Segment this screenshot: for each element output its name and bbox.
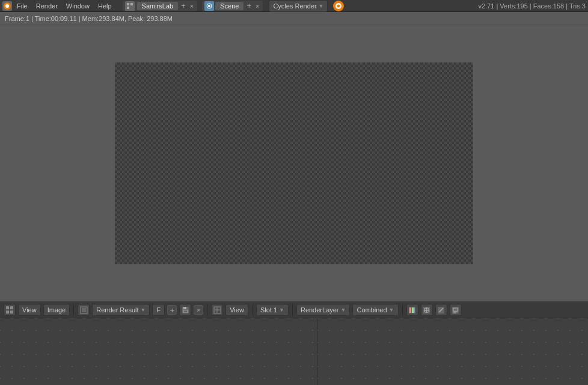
image-label: Image bbox=[47, 306, 66, 314]
editor-type-icon[interactable] bbox=[4, 304, 16, 316]
workspace-close-tab[interactable]: × bbox=[189, 2, 195, 10]
separator-4 bbox=[292, 305, 293, 315]
view-menu-btn[interactable]: View bbox=[18, 304, 41, 316]
svg-point-1 bbox=[5, 4, 9, 8]
separator-2 bbox=[207, 305, 207, 315]
svg-rect-10 bbox=[6, 306, 9, 309]
display-mode-icon-3[interactable] bbox=[435, 304, 447, 316]
workspace-add-tab[interactable]: + bbox=[179, 1, 188, 10]
combined-label: Combined bbox=[357, 306, 387, 314]
svg-point-6 bbox=[208, 5, 210, 7]
close-icon: × bbox=[197, 306, 200, 314]
render-layer-label: RenderLayer bbox=[301, 306, 339, 314]
render-result-dropdown[interactable]: Render Result ▼ bbox=[92, 304, 150, 316]
view2-label: View bbox=[230, 306, 244, 314]
add-image-btn[interactable]: + bbox=[167, 305, 177, 315]
blender-icon-area bbox=[332, 0, 345, 12]
render-result-label: Render Result bbox=[96, 306, 138, 314]
view2-btn[interactable]: View bbox=[225, 304, 248, 316]
render-area bbox=[0, 25, 588, 302]
blender-logo-icon bbox=[2, 1, 12, 11]
save-image-btn[interactable] bbox=[179, 304, 191, 316]
blender-icon bbox=[332, 0, 345, 12]
scene-tab[interactable]: Scene bbox=[215, 2, 243, 10]
f-label: F bbox=[156, 306, 161, 314]
separator-5 bbox=[402, 305, 403, 315]
svg-rect-17 bbox=[183, 307, 186, 309]
info-text: Frame:1 | Time:00:09.11 | Mem:293.84M, P… bbox=[5, 15, 173, 22]
display-mode-icon-4[interactable] bbox=[450, 304, 462, 316]
svg-rect-13 bbox=[10, 311, 13, 314]
render-layer-arrow: ▼ bbox=[341, 307, 346, 313]
svg-rect-12 bbox=[6, 311, 9, 314]
svg-rect-22 bbox=[409, 308, 411, 313]
separator-3 bbox=[252, 305, 253, 315]
view2-icon-btn[interactable] bbox=[211, 304, 223, 316]
workspace-tab[interactable]: SamirsLab bbox=[137, 2, 179, 10]
menu-render[interactable]: Render bbox=[32, 2, 61, 10]
node-right-panel: Diffuse BSDF BSDF Material Output Su bbox=[317, 318, 588, 385]
scene-close-tab[interactable]: × bbox=[254, 2, 260, 10]
svg-point-9 bbox=[337, 4, 340, 7]
svg-rect-4 bbox=[127, 7, 129, 9]
render-canvas bbox=[115, 62, 473, 264]
remove-image-btn[interactable]: × bbox=[194, 305, 203, 315]
render-engine-dropdown[interactable]: Cycles Render ▼ bbox=[269, 0, 328, 12]
scene-icon bbox=[204, 1, 214, 11]
node-connector-svg bbox=[317, 318, 588, 385]
view-label: View bbox=[22, 306, 37, 314]
image-menu-btn[interactable]: Image bbox=[43, 304, 70, 316]
svg-rect-11 bbox=[10, 306, 13, 309]
bottom-container: Diffuse BSDF BSDF Material Output Su bbox=[0, 318, 588, 385]
render-layer-dropdown[interactable]: RenderLayer ▼ bbox=[296, 304, 351, 316]
menu-file[interactable]: File bbox=[13, 2, 31, 10]
slot-dropdown[interactable]: Slot 1 ▼ bbox=[256, 304, 289, 316]
slot-dropdown-arrow: ▼ bbox=[279, 307, 284, 313]
version-info: v2.71 | Verts:195 | Faces:158 | Tris:3 bbox=[478, 2, 586, 10]
f-button[interactable]: F bbox=[152, 304, 165, 316]
combined-dropdown[interactable]: Combined ▼ bbox=[352, 304, 398, 316]
workspace-icon bbox=[125, 1, 135, 11]
svg-rect-23 bbox=[412, 308, 414, 313]
add-icon: + bbox=[170, 306, 174, 315]
info-bar: Frame:1 | Time:00:09.11 | Mem:293.84M, P… bbox=[0, 12, 588, 25]
render-result-arrow: ▼ bbox=[141, 307, 146, 313]
separator-1 bbox=[73, 305, 74, 315]
display-mode-icon-2[interactable] bbox=[421, 304, 433, 316]
workspace-tab-group: SamirsLab + × bbox=[123, 1, 198, 11]
svg-rect-15 bbox=[82, 308, 86, 312]
menu-help[interactable]: Help bbox=[94, 2, 115, 10]
scene-add-tab[interactable]: + bbox=[245, 1, 253, 10]
node-left-panel bbox=[0, 318, 317, 385]
engine-dropdown-arrow: ▼ bbox=[319, 3, 324, 9]
menu-window[interactable]: Window bbox=[63, 2, 93, 10]
image-editor-toolbar: View Image Render Result ▼ F + × bbox=[0, 302, 588, 318]
svg-rect-19 bbox=[184, 311, 187, 312]
engine-label: Cycles Render bbox=[273, 2, 316, 10]
svg-rect-24 bbox=[414, 308, 415, 313]
combined-arrow: ▼ bbox=[389, 307, 394, 313]
svg-rect-3 bbox=[130, 3, 133, 5]
slot-label: Slot 1 bbox=[260, 306, 277, 314]
svg-rect-2 bbox=[127, 3, 129, 5]
scene-tab-group: Scene + × bbox=[202, 1, 263, 11]
image-block-icon[interactable] bbox=[78, 304, 90, 316]
top-menubar: File Render Window Help SamirsLab + × Sc… bbox=[0, 0, 588, 12]
display-mode-icon-1[interactable] bbox=[406, 304, 418, 316]
